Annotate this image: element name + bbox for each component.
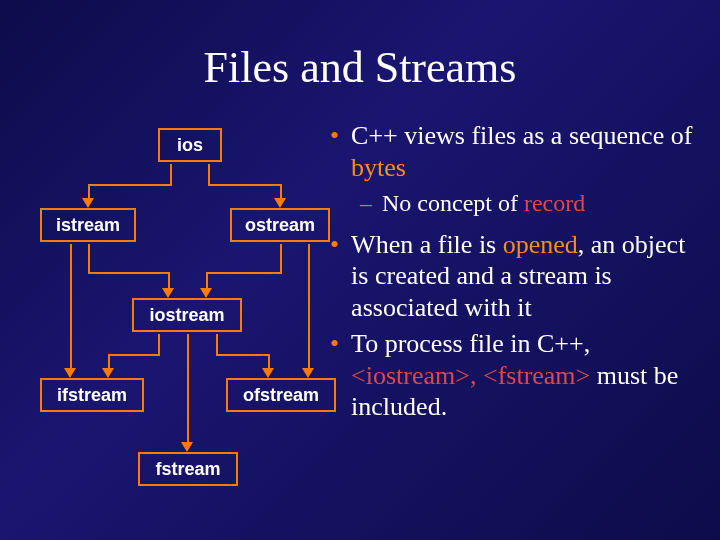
node-ifstream: ifstream [40,378,144,412]
bullet-1-sub: – No concept of record [360,189,708,218]
arrow-head [274,198,286,208]
arrow-head [162,288,174,298]
node-ostream: ostream [230,208,330,242]
arrow [208,164,210,184]
bullet-dot-icon: • [330,120,339,183]
arrow [70,244,72,370]
arrow-head [82,198,94,208]
arrow [88,272,168,274]
arrow [216,354,268,356]
node-iostream: iostream [132,298,242,332]
arrow [216,334,218,354]
bullet-2-highlight: opened [503,230,578,259]
bullet-1: • C++ views files as a sequence of bytes [330,120,708,183]
slide-title: Files and Streams [0,42,720,93]
bullet-3-text-a: To process file in C++, [351,329,590,358]
arrow [170,164,172,184]
arrow [158,334,160,354]
arrow [208,184,280,186]
bullet-dot-icon: • [330,229,339,324]
bullet-3-highlight: <iostream>, <fstream> [351,361,590,390]
arrow [88,244,90,272]
node-ios: ios [158,128,222,162]
sub-highlight: record [524,190,585,216]
arrow-head [64,368,76,378]
bullet-2: • When a file is opened, an object is cr… [330,229,708,324]
sub-text: No concept of [382,190,524,216]
arrow [206,272,282,274]
arrow [88,184,172,186]
bullet-list: • C++ views files as a sequence of bytes… [330,120,708,427]
dash-icon: – [360,189,372,218]
class-hierarchy-diagram: ios istream ostream iostream ifstream of… [30,128,350,508]
node-istream: istream [40,208,136,242]
bullet-1-text: C++ views files as a sequence of [351,121,692,150]
arrow-head [200,288,212,298]
bullet-2-text-a: When a file is [351,230,503,259]
arrow [187,334,189,444]
arrow [308,244,310,370]
bullet-dot-icon: • [330,328,339,423]
arrow-head [181,442,193,452]
bullet-3: • To process file in C++, <iostream>, <f… [330,328,708,423]
arrow [280,244,282,272]
bullet-1-highlight: bytes [351,153,406,182]
node-fstream: fstream [138,452,238,486]
arrow [108,354,160,356]
arrow-head [262,368,274,378]
arrow-head [102,368,114,378]
node-ofstream: ofstream [226,378,336,412]
arrow-head [302,368,314,378]
